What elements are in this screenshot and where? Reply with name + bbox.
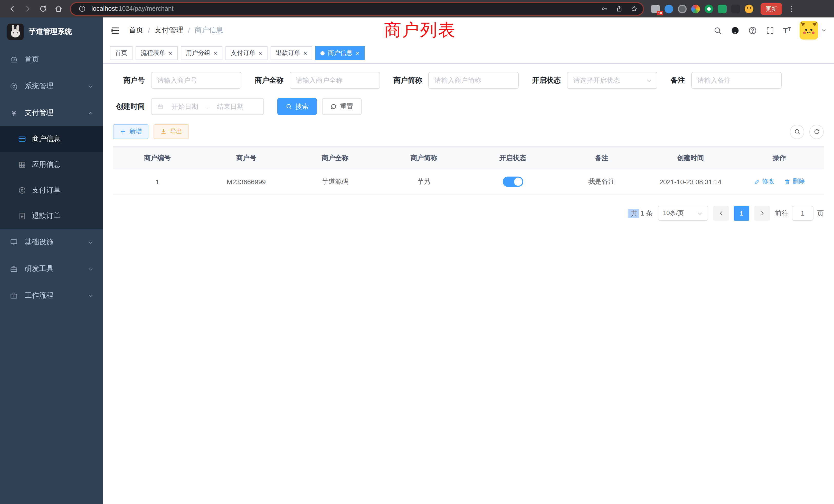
tab-home[interactable]: 首页 [110,46,132,60]
app-logo[interactable]: 芋道管理系统 [0,18,103,46]
add-button[interactable]: 新增 [113,124,148,139]
sidebar-item-workflow[interactable]: 工作流程 [0,282,103,309]
tags-view: 首页 流程表单 × 用户分组 × 支付订单 × 退款订单 × [103,43,834,64]
sidebar-item-app-info[interactable]: 应用信息 [0,152,103,178]
extension-dark-puzzle-icon[interactable] [731,4,740,13]
page-number-button[interactable]: 1 [734,206,749,221]
pagination-total-count: 1 [640,209,644,217]
extension-green-square-icon[interactable] [718,4,727,13]
search-button-label: 搜索 [295,102,309,111]
close-icon[interactable]: × [213,50,217,56]
breadcrumb-home[interactable]: 首页 [129,26,143,35]
sidebar-item-home[interactable]: 首页 [0,46,103,73]
extension-avatar-icon[interactable] [691,4,700,13]
font-size-icon[interactable]: TT [783,26,791,35]
user-menu[interactable] [799,21,826,40]
date-end-input[interactable] [211,102,250,110]
add-button-label: 新增 [129,127,142,136]
delete-link[interactable]: 删除 [785,177,805,186]
forward-icon[interactable] [21,2,35,16]
tab-merchant-info[interactable]: 商户信息 × [315,46,365,60]
filter-status: 开启状态 请选择开启状态 [532,72,657,89]
sidebar-item-refund-order[interactable]: 退款订单 [0,203,103,229]
chevron-down-icon [88,293,93,298]
sidebar-item-label: 基础设施 [25,238,53,247]
sidebar-item-system[interactable]: 系统管理 [0,73,103,99]
cell-short-name: 芋艿 [379,169,468,194]
pagination: 共 1 条 10条/页 1 前往 [113,206,824,221]
prev-page-button[interactable] [713,206,729,221]
export-button[interactable]: 导出 [154,124,189,139]
tab-process-form[interactable]: 流程表单 × [136,46,177,60]
sidebar-item-infrastructure[interactable]: 基础设施 [0,229,103,256]
sidebar-item-dev-tools[interactable]: 研发工具 [0,256,103,282]
refresh-icon[interactable] [809,124,824,139]
close-icon[interactable]: × [304,50,307,56]
status-select[interactable]: 请选择开启状态 [567,72,657,89]
home-icon[interactable] [51,2,66,16]
filter-row-2: 创建时间 - 搜索 [113,98,824,115]
url-host: localhost [91,5,117,12]
sidebar-fold-icon[interactable] [110,25,120,35]
filter-short-name: 商户简称 [393,72,519,89]
address-bar[interactable]: localhost:1024/pay/merchant [70,2,644,16]
chevron-down-icon [88,266,93,272]
remark-input[interactable] [697,76,775,84]
tab-label: 商户信息 [328,49,353,58]
goto-page-input[interactable] [792,206,813,221]
date-range-picker[interactable]: - [151,98,264,115]
toggle-search-icon[interactable] [790,124,804,139]
browser-update-button[interactable]: 更新 [761,3,782,15]
tab-label: 用户分组 [185,49,210,58]
extension-badge: 10 [657,10,663,15]
tab-refund-order[interactable]: 退款订单 × [271,46,312,60]
edit-link[interactable]: 修改 [754,177,774,186]
tab-pay-order[interactable]: 支付订单 × [225,46,267,60]
extensions-puzzle-icon[interactable]: 10 [651,4,660,13]
sidebar-item-label: 研发工具 [25,264,53,274]
reset-button-label: 重置 [340,102,353,111]
extension-emoji-icon[interactable] [745,4,753,13]
merchant-no-input[interactable] [157,76,235,84]
navbar-actions: TT [713,21,826,40]
extension-green-circle-icon[interactable] [705,4,713,13]
reset-button[interactable]: 重置 [322,98,361,115]
breadcrumb-payment[interactable]: 支付管理 [155,26,183,35]
next-page-button[interactable] [754,206,770,221]
close-icon[interactable]: × [356,50,359,56]
sidebar-item-merchant-info[interactable]: 商户信息 [0,126,103,152]
sidebar-item-payment[interactable]: ¥ 支付管理 [0,99,103,126]
short-name-input[interactable] [435,76,512,84]
tab-user-group[interactable]: 用户分组 × [180,46,222,60]
reload-icon[interactable] [36,2,50,16]
toolbar-right [790,124,824,139]
extension-blue-icon[interactable] [664,4,673,13]
search-icon[interactable] [713,26,722,35]
date-start-input[interactable] [166,102,204,110]
extension-gray-icon[interactable] [678,4,687,13]
site-info-icon[interactable] [76,3,88,14]
sidebar-item-pay-order[interactable]: 支付订单 [0,178,103,203]
bookmark-star-icon[interactable] [629,3,640,14]
col-header-actions: 操作 [735,146,824,169]
chevron-down-icon [88,84,93,89]
github-icon[interactable] [730,26,739,35]
fullscreen-icon[interactable] [765,26,774,35]
password-key-icon[interactable] [599,3,610,14]
share-icon[interactable] [614,3,625,14]
back-icon[interactable] [5,2,20,16]
goto-label: 前往 [775,209,788,218]
sidebar-item-label: 支付管理 [25,108,53,117]
close-icon[interactable]: × [169,50,172,56]
help-icon[interactable] [748,26,757,35]
browser-menu-icon[interactable]: ⋮ [787,4,795,13]
sidebar-item-label: 支付订单 [32,186,61,195]
search-button[interactable]: 搜索 [277,98,317,115]
page-size-select[interactable]: 10条/页 [658,206,708,221]
sidebar-item-label: 工作流程 [25,291,53,300]
full-name-input[interactable] [296,76,374,84]
col-header-created: 创建时间 [646,146,735,169]
status-toggle[interactable] [503,177,523,187]
close-icon[interactable]: × [258,50,262,56]
sidebar-item-label: 商户信息 [32,135,61,144]
